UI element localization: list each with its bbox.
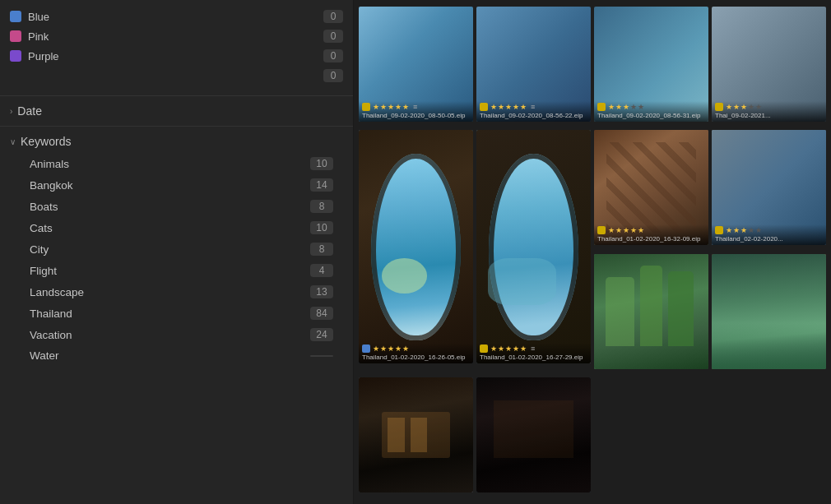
blue-swatch (10, 11, 21, 22)
divider-1 (0, 95, 353, 96)
date-section-label: Date (17, 104, 42, 118)
filename-5: Thailand_01-02-2020_16-26-05.eip (362, 354, 470, 361)
keyword-vacation-label: Vacation (30, 329, 72, 341)
photo-meta-1: ★★★★★ ≡ Thailand_09-02-2020_08-50-05.eip (359, 101, 473, 122)
keywords-section-label: Keywords (21, 135, 71, 148)
keyword-flight[interactable]: Flight 4 (0, 260, 353, 281)
purple-count: 0 (323, 49, 343, 62)
filename-6: Thailand_01-02-2020_16-27-29.eip (480, 354, 587, 361)
keyword-boats-count: 8 (310, 200, 333, 213)
color-dot-4 (715, 103, 723, 111)
doc-icon-1: ≡ (413, 103, 417, 111)
filename-1: Thailand_09-02-2020_08-50-05.eip (362, 112, 470, 119)
photo-meta-8: ★★★★★ Thailand_02-02-2020... (712, 224, 826, 245)
photo-meta-3: ★★★★★ Thailand_09-02-2020_08-56-31.eip (594, 101, 708, 122)
keyword-water-count (310, 355, 333, 357)
keyword-flight-count: 4 (310, 264, 333, 277)
date-section-header[interactable]: › Date (0, 99, 353, 123)
stars-4: ★★★★★ (726, 103, 762, 111)
filename-8: Thailand_02-02-2020... (715, 235, 823, 243)
photo-grid-area: ★★★★★ ≡ Thailand_09-02-2020_08-50-05.eip… (354, 0, 831, 504)
keyword-boats-label: Boats (30, 201, 58, 213)
color-dot-6 (480, 344, 488, 353)
photo-meta-7: ★★★★★ Thailand_01-02-2020_16-32-09.eip (594, 224, 708, 245)
keyword-flight-label: Flight (30, 265, 57, 277)
keyword-bangkok-label: Bangkok (30, 179, 73, 192)
color-dot-5 (362, 344, 370, 353)
keyword-city-count: 8 (310, 243, 333, 256)
photo-meta-2: ★★★★★ ≡ Thailand_09-02-2020_08-56-22.eip (476, 101, 591, 122)
photo-cell-5-large[interactable]: ★★★★★ Thailand_01-02-2020_16-26-05.eip (359, 130, 473, 363)
extra-count: 0 (323, 69, 343, 82)
photo-cell-7[interactable]: ★★★★★ Thailand_01-02-2020_16-32-09.eip (594, 130, 708, 245)
keyword-landscape[interactable]: Landscape 13 (0, 281, 353, 303)
color-dot-3 (597, 103, 606, 111)
blue-count: 0 (323, 10, 343, 23)
keyword-animals-count: 10 (310, 157, 333, 170)
color-dot-8 (715, 226, 723, 234)
filename-7: Thailand_01-02-2020_16-32-09.eip (597, 235, 705, 243)
filename-4: Thai_09-02-2021... (715, 112, 823, 119)
keyword-thailand[interactable]: Thailand 84 (0, 303, 353, 324)
pink-count: 0 (323, 30, 343, 43)
pink-label: Pink (28, 30, 49, 43)
keyword-city-label: City (30, 243, 49, 256)
filename-3: Thailand_09-02-2020_08-56-31.eip (597, 112, 705, 119)
keyword-cats-count: 10 (310, 221, 333, 234)
color-filter-blue[interactable]: Blue 0 (10, 7, 343, 26)
purple-label: Purple (28, 50, 59, 62)
keyword-cats[interactable]: Cats 10 (0, 217, 353, 238)
color-filter-section: Blue 0 Pink 0 Purple 0 0 (0, 7, 353, 92)
keyword-bangkok[interactable]: Bangkok 14 (0, 174, 353, 196)
color-dot-7 (597, 226, 606, 234)
color-filter-purple[interactable]: Purple 0 (10, 46, 343, 66)
keywords-section-header[interactable]: ∨ Keywords (0, 130, 353, 153)
keyword-vacation[interactable]: Vacation 24 (0, 324, 353, 345)
color-filter-extra[interactable]: 0 (10, 66, 343, 86)
stars-1: ★★★★★ (373, 103, 409, 111)
purple-swatch (10, 50, 21, 62)
photo-cell-12[interactable] (476, 377, 591, 492)
photo-cell-8[interactable]: ★★★★★ Thailand_02-02-2020... (712, 130, 826, 245)
photo-meta-4: ★★★★★ Thai_09-02-2021... (712, 101, 826, 122)
photo-meta-5: ★★★★★ Thailand_01-02-2020_16-26-05.eip (359, 343, 473, 363)
keyword-water-label: Water (30, 349, 59, 362)
keyword-animals-label: Animals (30, 158, 69, 170)
stars-2: ★★★★★ (490, 103, 527, 111)
keyword-landscape-label: Landscape (30, 286, 84, 298)
color-dot-1 (362, 103, 370, 111)
keyword-water[interactable]: Water (0, 345, 353, 366)
color-dot-2 (480, 103, 488, 111)
keyword-cats-label: Cats (30, 222, 53, 234)
photo-cell-2[interactable]: ★★★★★ ≡ Thailand_09-02-2020_08-56-22.eip (476, 7, 591, 122)
date-chevron-icon: › (10, 107, 12, 116)
photo-cell-11[interactable] (359, 377, 473, 492)
stars-5: ★★★★★ (373, 344, 409, 353)
keywords-list: Animals 10 Bangkok 14 Boats 8 Cats 10 Ci… (0, 153, 353, 366)
keyword-landscape-count: 13 (310, 285, 333, 298)
keyword-vacation-count: 24 (310, 328, 333, 341)
keyword-boats[interactable]: Boats 8 (0, 196, 353, 217)
pink-swatch (10, 30, 21, 42)
color-filter-pink[interactable]: Pink 0 (10, 26, 343, 46)
photo-cell-4[interactable]: ★★★★★ Thai_09-02-2021... (712, 7, 826, 122)
stars-3: ★★★★★ (608, 103, 644, 111)
doc-icon-6: ≡ (531, 344, 535, 353)
photo-cell-1[interactable]: ★★★★★ ≡ Thailand_09-02-2020_08-50-05.eip (359, 7, 473, 122)
keywords-chevron-icon: ∨ (10, 137, 16, 146)
photo-cell-9[interactable] (594, 254, 708, 369)
filename-2: Thailand_09-02-2020_08-56-22.eip (480, 112, 587, 119)
stars-8: ★★★★★ (726, 226, 762, 234)
divider-2 (0, 126, 353, 127)
blue-label: Blue (28, 11, 49, 23)
photo-meta-6: ★★★★★ ≡ Thailand_01-02-2020_16-27-29.eip (476, 343, 591, 363)
doc-icon-2: ≡ (531, 103, 535, 111)
photo-cell-3[interactable]: ★★★★★ Thailand_09-02-2020_08-56-31.eip (594, 7, 708, 122)
keyword-animals[interactable]: Animals 10 (0, 153, 353, 174)
photo-cell-6-large[interactable]: ★★★★★ ≡ Thailand_01-02-2020_16-27-29.eip (476, 130, 591, 363)
stars-7: ★★★★★ (608, 226, 644, 234)
keyword-thailand-count: 84 (310, 307, 333, 320)
keyword-city[interactable]: City 8 (0, 238, 353, 260)
photo-cell-10[interactable] (712, 254, 826, 369)
sidebar: Blue 0 Pink 0 Purple 0 0 › Date (0, 0, 354, 504)
